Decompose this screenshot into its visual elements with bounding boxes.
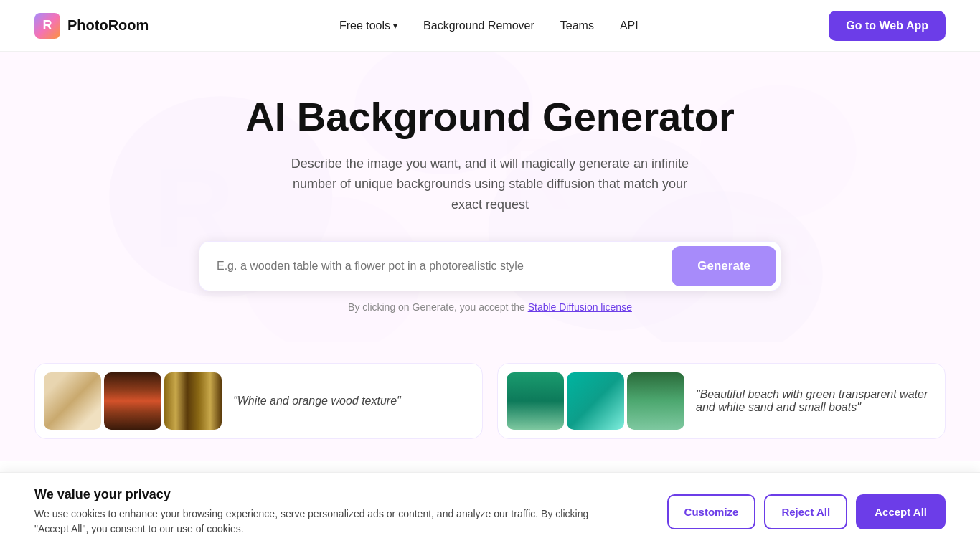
search-bar-container: Generate bbox=[182, 241, 798, 291]
cookie-title: We value your privacy bbox=[34, 487, 623, 502]
beach-image-3 bbox=[627, 372, 684, 430]
beach-image-1 bbox=[507, 372, 564, 430]
hero-section: R R R AI Background Generator Describe t… bbox=[0, 52, 980, 342]
customize-button[interactable]: Customize bbox=[667, 494, 756, 529]
search-bar: Generate bbox=[199, 241, 781, 291]
license-link[interactable]: Stable Diffusion license bbox=[528, 301, 632, 313]
card-images-beach bbox=[507, 372, 684, 430]
wood-image-2 bbox=[104, 372, 161, 430]
wood-image-1 bbox=[44, 372, 101, 430]
logo-text: PhotoRoom bbox=[67, 17, 149, 34]
nav-links: Free tools ▾ Background Remover Teams AP… bbox=[339, 19, 639, 32]
navbar: R PhotoRoom Free tools ▾ Background Remo… bbox=[0, 0, 980, 52]
cookie-description: We use cookies to enhance your browsing … bbox=[34, 507, 623, 537]
wood-image-3 bbox=[164, 372, 222, 430]
logo-link[interactable]: R PhotoRoom bbox=[34, 13, 149, 39]
chevron-down-icon: ▾ bbox=[393, 21, 397, 31]
cookie-buttons: Customize Reject All Accept All bbox=[667, 494, 946, 529]
hero-content: AI Background Generator Describe the ima… bbox=[0, 95, 980, 313]
nav-teams[interactable]: Teams bbox=[560, 19, 594, 32]
card-label-beach: "Beautiful beach with green transparent … bbox=[696, 388, 936, 414]
hero-title: AI Background Generator bbox=[0, 95, 980, 139]
reject-all-button[interactable]: Reject All bbox=[764, 494, 847, 529]
example-cards-section: "White and orange wood texture" "Beautif… bbox=[0, 342, 980, 461]
nav-api[interactable]: API bbox=[620, 19, 639, 32]
nav-free-tools[interactable]: Free tools ▾ bbox=[339, 19, 397, 32]
example-card-beach[interactable]: "Beautiful beach with green transparent … bbox=[497, 363, 946, 439]
card-label-wood: "White and orange wood texture" bbox=[233, 395, 401, 408]
hero-subtitle: Describe the image you want, and it will… bbox=[289, 154, 691, 215]
beach-image-2 bbox=[567, 372, 624, 430]
accept-all-button[interactable]: Accept All bbox=[856, 494, 946, 529]
license-note: By clicking on Generate, you accept the … bbox=[0, 301, 980, 313]
example-card-wood[interactable]: "White and orange wood texture" bbox=[34, 363, 483, 439]
nav-background-remover[interactable]: Background Remover bbox=[423, 19, 534, 32]
logo-icon: R bbox=[34, 13, 60, 39]
generate-button[interactable]: Generate bbox=[672, 246, 776, 286]
card-images-wood bbox=[44, 372, 222, 430]
cookie-banner: We value your privacy We use cookies to … bbox=[0, 472, 980, 551]
cookie-text-block: We value your privacy We use cookies to … bbox=[34, 487, 623, 537]
go-to-web-app-button[interactable]: Go to Web App bbox=[829, 11, 946, 41]
search-input[interactable] bbox=[199, 245, 672, 287]
